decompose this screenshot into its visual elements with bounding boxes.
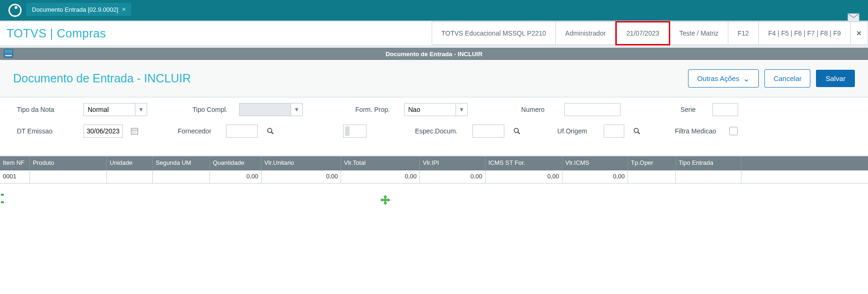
- page-title: Documento de Entrada - INCLUIR: [13, 72, 191, 85]
- svg-line-7: [271, 132, 273, 134]
- other-actions-label: Outras Ações: [697, 74, 739, 82]
- form-row-1: Tipo da Nota ▼ Tipo Compl. ▼ Form. Prop.…: [17, 103, 851, 116]
- label-serie: Serie: [669, 106, 707, 113]
- svg-point-6: [268, 128, 272, 132]
- cell-segunda-um[interactable]: [153, 170, 210, 183]
- svg-point-10: [634, 128, 638, 132]
- dropdown-arrow-icon[interactable]: ▼: [135, 103, 147, 116]
- header-info-cells: TOTVS Educacional MSSQL P2210 Administra…: [432, 22, 868, 45]
- col-segunda-um[interactable]: Segunda UM: [153, 156, 210, 170]
- tab-close-icon[interactable]: ×: [122, 6, 126, 13]
- cell-icms-st-for[interactable]: 0,00: [486, 170, 562, 183]
- save-button[interactable]: Salvar: [816, 70, 855, 87]
- col-tipo-entrada[interactable]: Tipo Entrada: [676, 156, 741, 170]
- cell-quantidade[interactable]: 0,00: [210, 170, 262, 183]
- form-prop-select[interactable]: ▼: [404, 103, 468, 116]
- subtitle-text: Documento de Entrada - INCLUIR: [386, 51, 483, 58]
- search-icon[interactable]: [512, 126, 522, 136]
- form-area: Tipo da Nota ▼ Tipo Compl. ▼ Form. Prop.…: [0, 97, 868, 155]
- cell-unidade[interactable]: [107, 170, 153, 183]
- marker-dot: [1, 194, 4, 196]
- col-vlr-icms[interactable]: Vlr.ICMS: [562, 156, 628, 170]
- label-form-prop: Form. Prop.: [347, 106, 398, 113]
- header-date[interactable]: 21/07/2023: [615, 21, 670, 45]
- cell-tp-oper[interactable]: [628, 170, 676, 183]
- header-fkeys[interactable]: F4 | F5 | F6 | F7 | F8 | F9: [759, 22, 851, 45]
- subtitle-bar: Documento de Entrada - INCLUIR: [0, 48, 868, 60]
- header-close-button[interactable]: ✕: [851, 22, 868, 45]
- cell-vlr-unitario[interactable]: 0,00: [262, 170, 341, 183]
- loja-input[interactable]: [343, 125, 367, 138]
- label-tipo-compl: Tipo Compl.: [187, 106, 233, 113]
- move-cursor-icon: [380, 195, 390, 207]
- tab-title: Documento Entrada [02.9.0002]: [32, 6, 118, 13]
- form-row-2: DT Emissao Fornecedor Espec.Docum. Uf.Or…: [17, 125, 851, 138]
- window-tab[interactable]: Documento Entrada [02.9.0002] ×: [26, 3, 131, 16]
- dropdown-arrow-icon[interactable]: ▼: [291, 103, 303, 116]
- calendar-icon[interactable]: [129, 126, 140, 136]
- header-user[interactable]: Administrador: [556, 22, 615, 45]
- svg-line-11: [638, 132, 640, 134]
- label-tipo-nota: Tipo da Nota: [17, 106, 78, 113]
- app-header: TOTVS | Compras TOTVS Educacional MSSQL …: [0, 21, 868, 45]
- col-icms-st-for[interactable]: ICMS ST For.: [486, 156, 562, 170]
- header-f12[interactable]: F12: [728, 22, 759, 45]
- items-grid: Item NF Produto Unidade Segunda UM Quant…: [0, 155, 868, 184]
- title-bar: Documento Entrada [02.9.0002] ×: [0, 0, 868, 21]
- cell-vlr-total[interactable]: 0,00: [341, 170, 420, 183]
- mail-icon[interactable]: [847, 13, 860, 22]
- tipo-nota-value[interactable]: [83, 103, 135, 116]
- col-tp-oper[interactable]: Tp.Oper: [628, 156, 676, 170]
- grid-header: Item NF Produto Unidade Segunda UM Quant…: [0, 156, 868, 170]
- cell-vlr-ipi[interactable]: 0,00: [420, 170, 486, 183]
- label-fornecedor: Fornecedor: [169, 127, 220, 135]
- cell-vlr-icms[interactable]: 0,00: [562, 170, 628, 183]
- cell-tipo-entrada[interactable]: [676, 170, 741, 183]
- app-logo-icon: [8, 4, 22, 17]
- col-vlr-total[interactable]: Vlr.Total: [341, 156, 420, 170]
- cancel-label: Cancelar: [773, 74, 801, 82]
- page-actions: Outras Ações ⌄ Cancelar Salvar: [688, 69, 855, 88]
- svg-marker-12: [381, 195, 390, 205]
- cell-item[interactable]: 0001: [0, 170, 30, 183]
- tipo-nota-select[interactable]: ▼: [83, 103, 147, 116]
- label-uf-origem: Uf.Origem: [546, 127, 598, 135]
- col-vlr-unitario[interactable]: Vlr.Unitario: [262, 156, 341, 170]
- espec-docum-input[interactable]: [472, 125, 504, 138]
- dropdown-arrow-icon[interactable]: ▼: [456, 103, 468, 116]
- window-restore-icon[interactable]: [4, 49, 13, 58]
- tipo-compl-value[interactable]: [239, 103, 291, 116]
- table-row[interactable]: 0001 0,00 0,00 0,00 0,00 0,00 0,00: [0, 170, 868, 184]
- serie-input[interactable]: [712, 103, 738, 116]
- form-prop-value[interactable]: [404, 103, 456, 116]
- search-icon[interactable]: [265, 126, 276, 136]
- label-filtra-medicao: Filtra Medicao: [667, 127, 724, 135]
- search-icon[interactable]: [632, 126, 642, 136]
- svg-point-8: [514, 128, 518, 132]
- col-quantidade[interactable]: Quantidade: [210, 156, 262, 170]
- cancel-button[interactable]: Cancelar: [764, 69, 810, 88]
- cell-produto[interactable]: [30, 170, 107, 183]
- page-head: Documento de Entrada - INCLUIR Outras Aç…: [0, 60, 868, 97]
- label-espec-docum: Espec.Docum.: [406, 127, 467, 135]
- filtra-medicao-checkbox[interactable]: [729, 127, 738, 135]
- header-env[interactable]: TOTVS Educacional MSSQL P2210: [432, 22, 556, 45]
- col-item[interactable]: Item NF: [0, 156, 30, 170]
- uf-origem-input[interactable]: [604, 125, 624, 138]
- label-dt-emissao: DT Emissao: [17, 127, 78, 135]
- col-unidade[interactable]: Unidade: [107, 156, 153, 170]
- save-label: Salvar: [825, 74, 846, 82]
- other-actions-button[interactable]: Outras Ações ⌄: [688, 69, 759, 88]
- dt-emissao-input[interactable]: [83, 125, 123, 138]
- label-numero: Numero: [507, 106, 559, 113]
- header-branch[interactable]: Teste / Matriz: [670, 22, 728, 45]
- marker-dot: [1, 201, 4, 203]
- tipo-compl-select[interactable]: ▼: [239, 103, 303, 116]
- fornecedor-input[interactable]: [226, 125, 258, 138]
- col-vlr-ipi[interactable]: Vlr.IPI: [420, 156, 486, 170]
- app-title: TOTVS | Compras: [0, 27, 106, 40]
- svg-line-9: [518, 132, 520, 134]
- col-produto[interactable]: Produto: [30, 156, 107, 170]
- numero-input[interactable]: [564, 103, 621, 116]
- svg-rect-1: [131, 128, 138, 134]
